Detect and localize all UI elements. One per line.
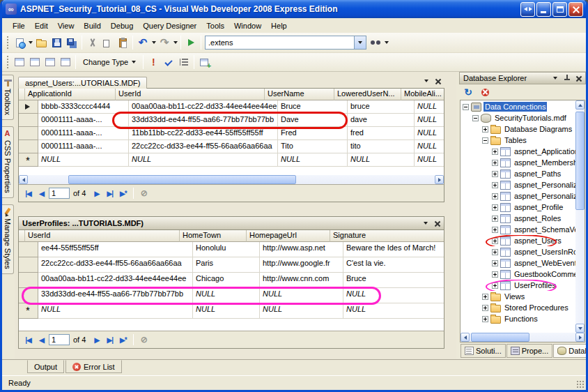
cell-username[interactable]: Dave [278,114,348,127]
move-next-button[interactable]: ▶ [91,187,102,199]
cell-username[interactable]: Tito [278,140,348,153]
users-horizontal-scrollbar[interactable] [19,175,444,184]
expand-toggle-icon[interactable] [492,204,498,211]
cell-hometown[interactable]: Honolulu [193,242,260,257]
tree-node-label[interactable]: GuestbookComments [513,269,575,279]
column-header-mobilealias[interactable]: MobileAli... [401,89,444,100]
save-icon[interactable] [49,35,64,50]
group-by-icon[interactable] [176,54,192,70]
cell-applicationid[interactable]: 00001111-aaaa-... [38,127,129,140]
table-row[interactable]: 00001111-aaaa-... 22cc22cc-dd33-ee44-ff5… [19,140,444,153]
column-header-hometown[interactable]: HomeTown [180,230,247,242]
scroll-up-icon[interactable] [575,100,585,110]
cell-signature[interactable]: Beware the Ides of March! [343,242,444,257]
tree-node[interactable]: aspnet_Users [461,235,575,246]
find-options-dropdown-icon[interactable] [383,35,389,50]
menu-item[interactable]: File [8,20,30,32]
tree-node[interactable]: aspnet_PersonalizationAl [461,179,575,190]
row-selector[interactable] [19,100,38,114]
tree-node[interactable]: Database Diagrams [461,123,575,135]
cell-homepageurl[interactable]: NULL [260,288,343,303]
userprofiles-title-bar[interactable]: UserProfiles: ...TUTORIALS.MDF) [18,216,444,229]
column-header-userid[interactable]: UserId [25,230,180,242]
cell-applicationid[interactable]: NULL [38,153,129,167]
tree-node-label[interactable]: aspnet_Roles [513,213,562,223]
expand-toggle-icon[interactable] [492,282,498,289]
current-record-input[interactable] [49,188,70,199]
scrollbar-thumb[interactable] [471,333,529,342]
row-selector[interactable] [19,273,38,288]
explorer-bottom-tab[interactable]: Soluti... [461,344,506,358]
close-button[interactable] [568,2,583,17]
cell-userid[interactable]: NULL [129,153,278,167]
tree-node[interactable]: Functions [461,313,575,324]
stop-button[interactable]: ⊘ [138,333,150,346]
tree-node[interactable]: aspnet_PersonalizationPe [461,190,575,202]
tree-node[interactable]: GuestbookComments [461,269,575,280]
paste-icon[interactable] [115,35,130,50]
tree-node-label[interactable]: Views [503,292,526,301]
add-new-row-button[interactable]: ▶* [117,333,129,346]
scroll-right-icon[interactable] [435,175,444,184]
minimize-button[interactable] [536,2,551,17]
combo-dropdown-icon[interactable] [354,36,366,49]
toolbar-grip[interactable] [6,36,9,50]
database-explorer-title-bar[interactable]: Database Explorer [459,72,586,84]
select-all-corner[interactable] [19,230,25,242]
cell-homepageurl[interactable]: http://www.asp.net [260,242,343,257]
tab-error-list[interactable]: Error List [65,360,122,373]
tree-node[interactable]: aspnet_Membership [461,157,575,168]
auto-hide-pin-icon[interactable] [562,73,572,83]
copy-icon[interactable] [100,35,115,50]
find-input[interactable] [206,36,354,49]
sidebar-tab-manage-styles[interactable]: Manage Styles [2,204,14,274]
cell-mobilealias[interactable]: NULL [415,114,444,127]
scrollbar-track[interactable] [470,333,575,342]
tree-node[interactable]: aspnet_UsersInRoles [461,246,575,257]
expand-toggle-icon[interactable] [492,216,498,222]
cell-loweredusername[interactable]: fred [348,127,415,140]
cell-userid[interactable]: NULL [38,303,193,319]
cell-loweredusername[interactable]: tito [348,140,415,153]
close-panel-icon[interactable] [573,73,584,83]
cell-loweredusername[interactable]: dave [348,114,415,127]
change-type-button[interactable]: Change Type [78,54,141,70]
cell-username[interactable]: NULL [278,153,348,167]
expand-toggle-icon[interactable] [482,137,488,144]
expand-toggle-icon[interactable] [463,104,469,110]
tree-node-label[interactable]: Tables [503,135,528,145]
row-selector[interactable] [19,257,38,273]
cell-userid[interactable]: 11bb11bb-cc22-dd33-ee44-55ff55ff55ff [129,127,278,140]
tree-node-label[interactable]: aspnet_WebEvent_Even [513,258,575,268]
cell-homepageurl[interactable]: NULL [260,303,343,319]
row-selector[interactable] [19,127,38,140]
resize-grip[interactable] [576,380,585,389]
menu-item[interactable]: Debug [106,20,138,32]
cell-mobilealias[interactable]: NULL [415,153,444,167]
expand-toggle-icon[interactable] [492,227,498,233]
cell-userid[interactable]: 33dd33dd-ee44-ff55-aa66-77bb77bb77bb [38,288,193,303]
explorer-bottom-tab[interactable]: Prope... [506,344,553,358]
find-options-icon[interactable] [368,35,383,50]
expand-toggle-icon[interactable] [472,115,479,121]
switch-windows-button[interactable] [520,2,535,17]
show-criteria-pane-icon[interactable] [27,54,42,70]
save-all-icon[interactable] [64,35,79,50]
scroll-left-icon[interactable] [461,333,470,342]
table-row[interactable]: 00aa00aa-bb11-cc22-dd33-44ee44ee44ee Chi… [19,273,444,288]
title-bar[interactable]: ASPNET_Security_Tutorial_08_CS - Visual … [2,0,586,18]
tree-node-label[interactable]: SecurityTutorials.mdf [493,113,568,123]
tree-node[interactable]: aspnet_Roles [461,213,575,224]
row-selector[interactable] [19,114,38,127]
cell-applicationid[interactable]: 00001111-aaaa-... [38,140,129,153]
menu-item[interactable]: View [53,20,79,32]
start-debug-icon[interactable] [183,35,199,50]
column-header-signature[interactable]: Signature [330,230,444,242]
table-row[interactable]: 00001111-aaaa-... 11bb11bb-cc22-dd33-ee4… [19,127,444,140]
row-selector[interactable] [19,242,38,257]
tree-node-label[interactable]: aspnet_Profile [513,202,564,212]
table-row[interactable]: NULL NULL NULL NULL NULL [19,153,444,167]
verify-sql-icon[interactable] [161,54,176,70]
undo-icon[interactable] [135,35,150,50]
close-document-icon[interactable] [433,76,443,86]
